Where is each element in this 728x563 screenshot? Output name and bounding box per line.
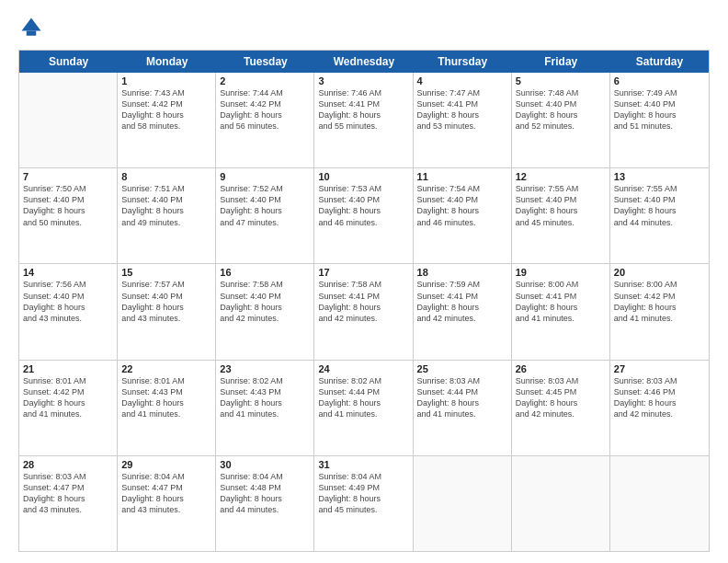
day-number: 10 bbox=[318, 171, 408, 182]
day-number: 7 bbox=[23, 171, 113, 182]
calendar-cell: 20Sunrise: 8:00 AM Sunset: 4:42 PM Dayli… bbox=[610, 264, 709, 359]
calendar-row: 7Sunrise: 7:50 AM Sunset: 4:40 PM Daylig… bbox=[19, 168, 709, 264]
cell-info: Sunrise: 8:00 AM Sunset: 4:42 PM Dayligh… bbox=[614, 279, 705, 324]
calendar-cell: 8Sunrise: 7:51 AM Sunset: 4:40 PM Daylig… bbox=[118, 168, 216, 263]
calendar-cell: 24Sunrise: 8:02 AM Sunset: 4:44 PM Dayli… bbox=[314, 361, 413, 455]
cell-info: Sunrise: 7:49 AM Sunset: 4:40 PM Dayligh… bbox=[614, 87, 705, 132]
cell-info: Sunrise: 8:03 AM Sunset: 4:47 PM Dayligh… bbox=[23, 471, 113, 516]
cell-info: Sunrise: 7:50 AM Sunset: 4:40 PM Dayligh… bbox=[23, 183, 113, 228]
day-number: 27 bbox=[614, 363, 705, 374]
header-day-friday: Friday bbox=[512, 51, 610, 73]
header-day-saturday: Saturday bbox=[610, 51, 709, 73]
calendar-row: 14Sunrise: 7:56 AM Sunset: 4:40 PM Dayli… bbox=[19, 264, 709, 360]
calendar-cell: 15Sunrise: 7:57 AM Sunset: 4:40 PM Dayli… bbox=[118, 264, 216, 359]
day-number: 9 bbox=[220, 171, 310, 182]
calendar-cell: 19Sunrise: 8:00 AM Sunset: 4:41 PM Dayli… bbox=[512, 264, 610, 359]
cell-info: Sunrise: 7:47 AM Sunset: 4:41 PM Dayligh… bbox=[417, 87, 507, 132]
calendar-cell: 4Sunrise: 7:47 AM Sunset: 4:41 PM Daylig… bbox=[414, 73, 512, 167]
day-number: 24 bbox=[318, 363, 408, 374]
calendar-cell bbox=[414, 456, 512, 551]
cell-info: Sunrise: 7:48 AM Sunset: 4:40 PM Dayligh… bbox=[516, 87, 606, 132]
day-number: 17 bbox=[318, 267, 408, 278]
day-number: 25 bbox=[417, 363, 507, 374]
day-number: 21 bbox=[23, 363, 113, 374]
calendar-cell: 10Sunrise: 7:53 AM Sunset: 4:40 PM Dayli… bbox=[314, 168, 413, 263]
day-number: 12 bbox=[516, 171, 606, 182]
calendar-cell: 31Sunrise: 8:04 AM Sunset: 4:49 PM Dayli… bbox=[314, 456, 413, 551]
header-day-tuesday: Tuesday bbox=[216, 51, 314, 73]
calendar-cell: 5Sunrise: 7:48 AM Sunset: 4:40 PM Daylig… bbox=[512, 73, 610, 167]
cell-info: Sunrise: 8:01 AM Sunset: 4:43 PM Dayligh… bbox=[121, 375, 211, 420]
page: SundayMondayTuesdayWednesdayThursdayFrid… bbox=[0, 0, 728, 563]
cell-info: Sunrise: 7:55 AM Sunset: 4:40 PM Dayligh… bbox=[516, 183, 606, 228]
day-number: 18 bbox=[417, 267, 507, 278]
cell-info: Sunrise: 7:53 AM Sunset: 4:40 PM Dayligh… bbox=[318, 183, 408, 228]
calendar-cell: 29Sunrise: 8:04 AM Sunset: 4:47 PM Dayli… bbox=[118, 456, 216, 551]
cell-info: Sunrise: 8:03 AM Sunset: 4:44 PM Dayligh… bbox=[417, 375, 507, 420]
cell-info: Sunrise: 8:04 AM Sunset: 4:48 PM Dayligh… bbox=[220, 471, 310, 516]
day-number: 30 bbox=[220, 459, 310, 470]
calendar-cell: 2Sunrise: 7:44 AM Sunset: 4:42 PM Daylig… bbox=[216, 73, 314, 167]
calendar-cell: 26Sunrise: 8:03 AM Sunset: 4:45 PM Dayli… bbox=[512, 361, 610, 455]
calendar-header: SundayMondayTuesdayWednesdayThursdayFrid… bbox=[19, 51, 709, 73]
calendar-row: 28Sunrise: 8:03 AM Sunset: 4:47 PM Dayli… bbox=[19, 456, 709, 551]
logo bbox=[18, 15, 48, 40]
day-number: 8 bbox=[121, 171, 211, 182]
calendar-cell bbox=[19, 73, 118, 167]
calendar-cell: 25Sunrise: 8:03 AM Sunset: 4:44 PM Dayli… bbox=[414, 361, 512, 455]
cell-info: Sunrise: 8:00 AM Sunset: 4:41 PM Dayligh… bbox=[516, 279, 606, 324]
cell-info: Sunrise: 8:04 AM Sunset: 4:47 PM Dayligh… bbox=[121, 471, 211, 516]
svg-marker-0 bbox=[22, 18, 41, 31]
header-day-monday: Monday bbox=[118, 51, 216, 73]
cell-info: Sunrise: 8:03 AM Sunset: 4:46 PM Dayligh… bbox=[614, 375, 705, 420]
calendar-cell: 6Sunrise: 7:49 AM Sunset: 4:40 PM Daylig… bbox=[610, 73, 709, 167]
cell-info: Sunrise: 8:04 AM Sunset: 4:49 PM Dayligh… bbox=[318, 471, 408, 516]
calendar-cell: 1Sunrise: 7:43 AM Sunset: 4:42 PM Daylig… bbox=[118, 73, 216, 167]
calendar-cell: 12Sunrise: 7:55 AM Sunset: 4:40 PM Dayli… bbox=[512, 168, 610, 263]
cell-info: Sunrise: 7:54 AM Sunset: 4:40 PM Dayligh… bbox=[417, 183, 507, 228]
day-number: 16 bbox=[220, 267, 310, 278]
cell-info: Sunrise: 7:43 AM Sunset: 4:42 PM Dayligh… bbox=[121, 87, 211, 132]
calendar-cell: 21Sunrise: 8:01 AM Sunset: 4:42 PM Dayli… bbox=[19, 361, 118, 455]
calendar-cell: 18Sunrise: 7:59 AM Sunset: 4:41 PM Dayli… bbox=[414, 264, 512, 359]
day-number: 20 bbox=[614, 267, 705, 278]
day-number: 22 bbox=[121, 363, 211, 374]
day-number: 1 bbox=[121, 75, 211, 86]
cell-info: Sunrise: 7:44 AM Sunset: 4:42 PM Dayligh… bbox=[220, 87, 310, 132]
calendar-cell: 28Sunrise: 8:03 AM Sunset: 4:47 PM Dayli… bbox=[19, 456, 118, 551]
calendar: SundayMondayTuesdayWednesdayThursdayFrid… bbox=[18, 50, 710, 552]
svg-rect-1 bbox=[27, 31, 37, 36]
cell-info: Sunrise: 8:02 AM Sunset: 4:44 PM Dayligh… bbox=[318, 375, 408, 420]
day-number: 28 bbox=[23, 459, 113, 470]
calendar-cell: 23Sunrise: 8:02 AM Sunset: 4:43 PM Dayli… bbox=[216, 361, 314, 455]
calendar-cell: 7Sunrise: 7:50 AM Sunset: 4:40 PM Daylig… bbox=[19, 168, 118, 263]
calendar-cell bbox=[610, 456, 709, 551]
header-day-wednesday: Wednesday bbox=[314, 51, 413, 73]
calendar-row: 21Sunrise: 8:01 AM Sunset: 4:42 PM Dayli… bbox=[19, 361, 709, 456]
day-number: 2 bbox=[220, 75, 310, 86]
cell-info: Sunrise: 7:46 AM Sunset: 4:41 PM Dayligh… bbox=[318, 87, 408, 132]
day-number: 26 bbox=[516, 363, 606, 374]
cell-info: Sunrise: 7:58 AM Sunset: 4:40 PM Dayligh… bbox=[220, 279, 310, 324]
day-number: 11 bbox=[417, 171, 507, 182]
calendar-cell: 13Sunrise: 7:55 AM Sunset: 4:40 PM Dayli… bbox=[610, 168, 709, 263]
day-number: 15 bbox=[121, 267, 211, 278]
calendar-cell: 22Sunrise: 8:01 AM Sunset: 4:43 PM Dayli… bbox=[118, 361, 216, 455]
logo-icon bbox=[18, 15, 44, 40]
calendar-cell: 17Sunrise: 7:58 AM Sunset: 4:41 PM Dayli… bbox=[314, 264, 413, 359]
cell-info: Sunrise: 7:59 AM Sunset: 4:41 PM Dayligh… bbox=[417, 279, 507, 324]
calendar-cell: 30Sunrise: 8:04 AM Sunset: 4:48 PM Dayli… bbox=[216, 456, 314, 551]
day-number: 31 bbox=[318, 459, 408, 470]
calendar-row: 1Sunrise: 7:43 AM Sunset: 4:42 PM Daylig… bbox=[19, 73, 709, 168]
cell-info: Sunrise: 8:03 AM Sunset: 4:45 PM Dayligh… bbox=[516, 375, 606, 420]
day-number: 29 bbox=[121, 459, 211, 470]
calendar-cell: 9Sunrise: 7:52 AM Sunset: 4:40 PM Daylig… bbox=[216, 168, 314, 263]
cell-info: Sunrise: 7:56 AM Sunset: 4:40 PM Dayligh… bbox=[23, 279, 113, 324]
calendar-cell: 16Sunrise: 7:58 AM Sunset: 4:40 PM Dayli… bbox=[216, 264, 314, 359]
day-number: 6 bbox=[614, 75, 705, 86]
day-number: 23 bbox=[220, 363, 310, 374]
day-number: 14 bbox=[23, 267, 113, 278]
calendar-cell: 3Sunrise: 7:46 AM Sunset: 4:41 PM Daylig… bbox=[314, 73, 413, 167]
cell-info: Sunrise: 7:51 AM Sunset: 4:40 PM Dayligh… bbox=[121, 183, 211, 228]
day-number: 5 bbox=[516, 75, 606, 86]
